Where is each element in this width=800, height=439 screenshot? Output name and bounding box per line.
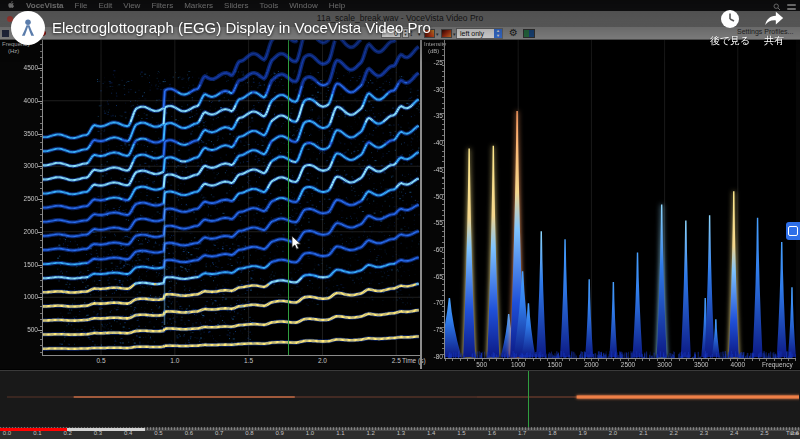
time-tick-label: 1.5 <box>244 357 253 364</box>
db-tick-label: -25 <box>409 59 443 66</box>
channel-select-value: left only <box>460 30 484 37</box>
spectrogram-playhead-cursor <box>288 40 289 355</box>
spectrum-freq-tick-label: 4000 <box>731 361 745 368</box>
menu-item-edit[interactable]: Edit <box>98 0 112 11</box>
spectrum-freq-tick-label: 2500 <box>621 361 635 368</box>
freq-tick-label: 1500 <box>4 261 38 268</box>
spectrum-freq-tick-label: 1000 <box>511 361 525 368</box>
db-tick-label: -70 <box>409 299 443 306</box>
spectrum-freq-tick-label: 3000 <box>657 361 671 368</box>
waveform-overview-plot[interactable] <box>1 371 799 426</box>
youtube-played-bar <box>0 428 67 431</box>
db-tick-label: -75 <box>409 326 443 333</box>
video-frame: VoceVistaFileEditViewFiltersMarkersSlide… <box>0 0 800 439</box>
toolbar-left-icon[interactable] <box>2 30 9 37</box>
menu-items: VoceVistaFileEditViewFiltersMarkersSlide… <box>26 0 345 11</box>
db-tick-label: -35 <box>409 112 443 119</box>
menu-item-help[interactable]: Help <box>329 0 345 11</box>
time-tick-label: 1.0 <box>170 357 179 364</box>
db-tick-label: -80 <box>409 353 443 360</box>
channel-avatar[interactable] <box>11 11 45 45</box>
notification-badge-icon <box>788 226 798 236</box>
freq-tick-label: 1000 <box>4 293 38 300</box>
layout-grid-icon[interactable] <box>523 29 535 38</box>
colormap-2-icon[interactable] <box>441 29 452 38</box>
notification-badge[interactable] <box>786 222 800 240</box>
gear-icon[interactable]: ⚙ <box>509 28 518 38</box>
menu-item-markers[interactable]: Markers <box>184 0 213 11</box>
db-tick-label: -60 <box>409 246 443 253</box>
db-tick-label: -30 <box>409 86 443 93</box>
macos-menu-bar: VoceVistaFileEditViewFiltersMarkersSlide… <box>0 0 800 11</box>
freq-tick-label: 2500 <box>4 195 38 202</box>
db-tick-label: -65 <box>409 273 443 280</box>
vocevista-logo <box>15 15 41 41</box>
freq-tick-label: 3500 <box>4 130 38 137</box>
mouse-pointer <box>291 235 302 255</box>
apple-menu-icon[interactable] <box>8 0 15 11</box>
time-tick-label: 2.5 <box>392 357 401 364</box>
menu-item-window[interactable]: Window <box>289 0 317 11</box>
watch-later-button[interactable]: 後で見る <box>706 9 754 48</box>
youtube-buffered-bar <box>67 428 145 431</box>
time-tick-label: 2.0 <box>318 357 327 364</box>
spectrum-freq-unit-label: Frequency <box>762 361 793 368</box>
freq-tick-label: 3000 <box>4 162 38 169</box>
freq-tick-label: 2000 <box>4 228 38 235</box>
spectrum-freq-tick-label: 3500 <box>694 361 708 368</box>
spectrum-freq-tick-label: 2000 <box>584 361 598 368</box>
menu-item-filters[interactable]: Filters <box>151 0 173 11</box>
share-label: 共有 <box>752 34 796 48</box>
watch-later-label: 後で見る <box>706 34 754 48</box>
db-tick-label: -45 <box>409 166 443 173</box>
menu-item-tools[interactable]: Tools <box>260 0 279 11</box>
clock-icon <box>720 9 740 29</box>
menu-item-vocevista[interactable]: VoceVista <box>26 0 64 11</box>
spectrum-freq-tick-label: 500 <box>476 361 487 368</box>
overview-playhead-cursor <box>528 371 529 432</box>
spectrum-freq-tick-label: 1500 <box>548 361 562 368</box>
freq-tick-label: 500 <box>4 326 38 333</box>
db-tick-label: -55 <box>409 219 443 226</box>
menu-item-sliders[interactable]: Sliders <box>224 0 248 11</box>
share-arrow-icon <box>763 9 785 29</box>
channel-select-stepper: ▲▼ <box>494 29 502 38</box>
db-tick-label: -50 <box>409 193 443 200</box>
video-title[interactable]: Electroglottograph (EGG) Display in Voce… <box>52 19 431 36</box>
freq-tick-label: 4500 <box>4 64 38 71</box>
spectrum-plot[interactable] <box>445 40 796 358</box>
freq-tick-label: 4000 <box>4 97 38 104</box>
menu-item-file[interactable]: File <box>75 0 88 11</box>
spectrogram-plot[interactable] <box>42 40 420 355</box>
share-button[interactable]: 共有 <box>752 9 796 48</box>
db-tick-label: -40 <box>409 139 443 146</box>
colormap-1-dropdown-arrow[interactable]: ▾ <box>436 31 439 37</box>
menu-item-view[interactable]: View <box>123 0 140 11</box>
time-tick-label: 0.5 <box>97 357 106 364</box>
channel-select[interactable]: left only ▲▼ <box>456 28 503 39</box>
